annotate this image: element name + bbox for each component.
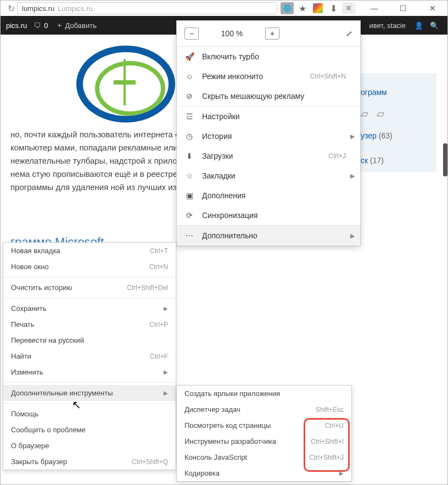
label: Инструменты разработчика (184, 437, 276, 445)
menu-create-shortcuts[interactable]: Создать ярлыки приложения (177, 386, 351, 402)
window-controls: — ☐ ✕ (360, 1, 447, 16)
menu-settings[interactable]: ☲Настройки (177, 107, 360, 126)
sidebar-icon-row: ▱ ▱ (361, 106, 430, 122)
shortcut-label: Ctrl+Shift+Del (127, 284, 168, 292)
menu-new-tab[interactable]: Новая вкладкаCtrl+T (3, 243, 176, 259)
add-post-button[interactable]: ＋ Добавить (56, 20, 97, 30)
menu-incognito-label: Режим инкогнито (202, 72, 263, 81)
plus-icon: ＋ (56, 20, 63, 30)
shortcut-label: Ctrl+J (328, 152, 346, 160)
menu-report[interactable]: Сообщить о проблеме (3, 422, 176, 438)
comments-count: 0 (44, 21, 48, 30)
browser-menu-button[interactable]: ≡ (342, 2, 355, 14)
label: Дополнительные инструменты (11, 389, 113, 397)
label: Новая вкладка (11, 247, 60, 255)
clock-icon: ◷ (184, 132, 194, 141)
label: Новое окно (11, 263, 49, 271)
chevron-right-icon: ▶ (350, 172, 355, 180)
menu-help[interactable]: Помощь (3, 406, 176, 422)
menu-quit[interactable]: Закрыть браузерCtrl+Shift+Q (3, 454, 176, 470)
label: Печать (11, 320, 35, 328)
sidebar-link-programs[interactable]: ограмм (361, 86, 430, 98)
add-label: Добавить (65, 21, 97, 30)
menu-sync[interactable]: ⟳Синхронизация (177, 205, 360, 225)
menu-more[interactable]: ⋯Дополнительно▶ (177, 226, 360, 246)
address-title: Lumpics.ru (58, 4, 93, 13)
menu-edit[interactable]: Изменить▶ (3, 364, 176, 380)
label: О браузере (11, 442, 49, 450)
shortcut-label: Shift+Esc (316, 406, 344, 414)
download-icon: ⬇ (184, 152, 194, 160)
menu-about[interactable]: О браузере (3, 438, 176, 454)
menu-addons-label: Дополнения (202, 191, 245, 200)
chevron-right-icon: ▶ (164, 390, 168, 396)
search-icon[interactable]: 🔍 (430, 21, 439, 30)
label: Консоль JavaScript (184, 453, 247, 461)
browser-main-menu: − 100 % + ⤢ 🚀Включить турбо ☺Режим инког… (176, 20, 361, 246)
address-right-icons: 🌐 ★ ⬇ ≡ (281, 2, 355, 14)
browser-address-bar: ↻ lumpics.ru Lumpics.ru 🌐 ★ ⬇ ≡ (1, 1, 360, 16)
reload-icon[interactable]: ↻ (5, 2, 17, 14)
fullscreen-icon[interactable]: ⤢ (346, 29, 352, 38)
shortcut-label: Ctrl+F (150, 353, 168, 360)
user-avatar-icon[interactable]: 👤 (415, 21, 423, 30)
menu-hide-ads[interactable]: ⊘Скрыть мешающую рекламу (177, 86, 360, 106)
block-icon: ⊘ (184, 92, 194, 101)
label: Сообщить о проблеме (11, 426, 86, 434)
shortcut-label: Ctrl+T (150, 247, 168, 255)
menu-sync-label: Синхронизация (202, 211, 257, 220)
zoom-value: 100 % (221, 29, 243, 38)
address-input[interactable]: lumpics.ru Lumpics.ru (17, 2, 277, 14)
app-logo (76, 46, 175, 122)
menu-settings-label: Настройки (202, 112, 240, 121)
dots-icon: ⋯ (184, 231, 194, 240)
site-name[interactable]: pics.ru (6, 21, 27, 30)
maximize-button[interactable]: ☐ (389, 1, 418, 16)
menu-translate[interactable]: Перевести на русский (3, 332, 176, 348)
extension-icon[interactable] (311, 2, 324, 14)
zoom-in-button[interactable]: + (265, 27, 279, 40)
shortcut-label: Ctrl+Shift+Q (132, 458, 168, 466)
bookmark-star-icon[interactable]: ★ (296, 2, 309, 14)
menu-turbo[interactable]: 🚀Включить турбо (177, 47, 360, 66)
menu-save[interactable]: Сохранить▶ (3, 300, 176, 316)
address-domain: lumpics.ru (22, 4, 54, 13)
minimize-button[interactable]: — (360, 1, 389, 16)
shortcut-label: Ctrl+Shift+N (310, 73, 346, 80)
chevron-right-icon: ▶ (350, 133, 355, 140)
label: Помощь (11, 410, 38, 418)
menu-history-label: История (202, 132, 232, 141)
comments-icon[interactable]: 🗨 (33, 21, 41, 30)
label: Сохранить (11, 304, 47, 313)
menu-print[interactable]: ПечатьCtrl+P (3, 316, 176, 332)
sidebar-link-disk[interactable]: ск (361, 156, 368, 165)
chevron-right-icon: ▶ (350, 232, 355, 239)
vertical-scrollbar-thumb[interactable] (443, 143, 447, 176)
downloads-icon[interactable]: ⬇ (327, 2, 340, 14)
chevron-right-icon: ▶ (164, 369, 168, 375)
secondary-menu: Новая вкладкаCtrl+T Новое окноCtrl+N Очи… (3, 242, 176, 470)
menu-bookmarks-label: Закладки (202, 171, 236, 180)
menu-new-window[interactable]: Новое окноCtrl+N (3, 259, 176, 275)
menu-incognito[interactable]: ☺Режим инкогнитоCtrl+Shift+N (177, 66, 360, 86)
menu-downloads[interactable]: ⬇ЗагрузкиCtrl+J (177, 146, 360, 166)
sync-icon: ⟳ (184, 211, 194, 220)
label: Диспетчер задач (184, 405, 240, 414)
label: Создать ярлыки приложения (184, 389, 280, 398)
menu-bookmarks[interactable]: ☆Закладки▶ (177, 166, 360, 186)
label: Кодировка (184, 469, 220, 477)
zoom-row: − 100 % + ⤢ (177, 21, 360, 46)
label: Перевести на русский (11, 336, 84, 344)
sidebar-count-browser: (63) (379, 131, 393, 140)
menu-task-manager[interactable]: Диспетчер задачShift+Esc (177, 402, 351, 417)
label: Найти (11, 352, 31, 360)
close-button[interactable]: ✕ (418, 1, 447, 16)
zoom-out-button[interactable]: − (184, 27, 199, 40)
menu-more-tools[interactable]: Дополнительные инструменты▶ (3, 385, 176, 401)
menu-history[interactable]: ◷История▶ (177, 126, 360, 146)
translate-icon[interactable]: 🌐 (281, 2, 294, 14)
sidebar-link-browser[interactable]: узер (361, 131, 377, 140)
menu-clear-history[interactable]: Очистить историюCtrl+Shift+Del (3, 280, 176, 296)
menu-addons[interactable]: ▣Дополнения (177, 186, 360, 205)
menu-find[interactable]: НайтиCtrl+F (3, 348, 176, 364)
